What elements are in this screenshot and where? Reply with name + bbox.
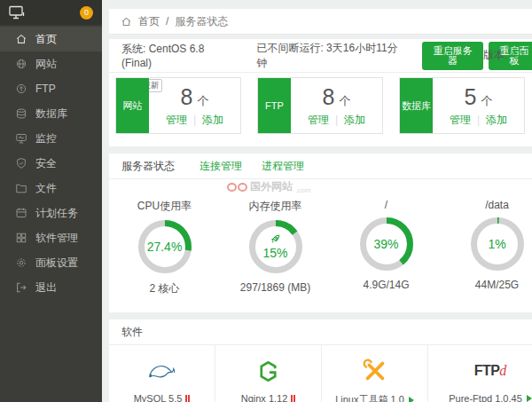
sidebar-item-security[interactable]: 安全: [0, 151, 102, 176]
database-count: 5: [465, 84, 477, 109]
server-status-title: 服务器状态: [121, 159, 175, 174]
ftp-add-link[interactable]: 添加: [344, 113, 365, 128]
sidebar-item-ftp[interactable]: FTP: [0, 76, 102, 101]
database-icon: [15, 107, 27, 120]
card-ftp: FTP 8个 管理|添加: [257, 77, 383, 134]
card-ftp-label: FTP: [258, 78, 291, 133]
software-mysql[interactable]: MySQL 5.5: [109, 345, 215, 402]
version-value: 4.1.0: [511, 49, 532, 61]
disk-data-usage: 44M/25G: [475, 279, 519, 291]
sidebar: 0 首页 网站 FTP 数据库: [0, 0, 102, 402]
restart-server-button[interactable]: 重启服务器: [422, 42, 483, 70]
process-manage-link[interactable]: 进程管理: [262, 159, 304, 174]
software-nginx[interactable]: Nginx 1.12: [215, 345, 322, 402]
sidebar-item-monitor[interactable]: 监控: [0, 126, 102, 151]
gauge-memory: 内存使用率: [220, 199, 331, 296]
card-sites-label: 网站: [116, 78, 149, 133]
calendar-icon: [15, 207, 27, 219]
sidebar-topbar: 0: [0, 0, 102, 25]
gauge-disk-root: / 39% 4.9G/14G: [331, 199, 442, 296]
memory-usage: 297/1869 (MB): [240, 281, 310, 294]
connection-manage-link[interactable]: 连接管理: [200, 159, 242, 174]
pureftpd-status-icon: [525, 395, 532, 402]
globe-icon: [15, 58, 27, 70]
gauge-disk-data: /data 1% 44M/25G: [442, 199, 532, 296]
logout-icon: [15, 281, 27, 294]
sidebar-item-database[interactable]: 数据库: [0, 101, 102, 126]
software-pureftpd[interactable]: FTPd Pure-Ftpd 1.0.45: [428, 345, 532, 402]
free-memory-rocket-icon[interactable]: [270, 233, 281, 245]
shield-icon: [15, 157, 27, 169]
breadcrumb-current: 服务器状态: [175, 14, 228, 29]
home-icon: [15, 33, 27, 45]
gauge-cpu: CPU使用率 27.4% 2 核心: [109, 199, 220, 296]
card-database-label: 数据库: [400, 78, 433, 133]
main-content: 首页 / 服务器状态 系统: CentOS 6.8 (Final) 已不间断运行…: [102, 0, 532, 402]
panel-version: 版本: 4.1.0: [483, 48, 532, 63]
sidebar-item-cron[interactable]: 计划任务: [0, 201, 102, 225]
cpu-percent: 27.4%: [147, 240, 183, 254]
sidebar-item-files[interactable]: 文件: [0, 176, 102, 201]
memory-percent: 15%: [262, 246, 287, 260]
disk-root-percent: 39%: [373, 237, 398, 251]
uptime-info: 已不间断运行: 3天16小时11分钟: [256, 41, 408, 71]
stat-cards-row: 更新 网站 8个 管理|添加 FTP 8个 管理|添加 数据库 5个 管理|添加: [109, 73, 532, 146]
database-manage-link[interactable]: 管理: [450, 113, 471, 128]
pureftpd-logo-icon: FTPd: [474, 356, 507, 386]
sites-add-link[interactable]: 添加: [202, 113, 223, 128]
sites-manage-link[interactable]: 管理: [166, 113, 187, 128]
system-info-bar: 系统: CentOS 6.8 (Final) 已不间断运行: 3天16小时11分…: [109, 39, 532, 73]
grid-icon: [15, 232, 27, 244]
folder-icon: [15, 182, 27, 194]
breadcrumb-separator: /: [166, 15, 168, 28]
card-database: 数据库 5个 管理|添加: [399, 77, 525, 134]
sidebar-item-home[interactable]: 首页: [0, 27, 102, 51]
notification-badge[interactable]: 0: [80, 6, 93, 20]
sidebar-item-sites[interactable]: 网站: [0, 51, 102, 76]
sites-count: 8: [181, 84, 193, 109]
mysql-status-icon: [184, 395, 190, 402]
software-title: 软件: [121, 325, 143, 340]
breadcrumb: 首页 / 服务器状态: [109, 9, 532, 35]
cpu-cores: 2 核心: [149, 281, 179, 296]
nginx-status-icon: [290, 395, 295, 402]
ftp-manage-link[interactable]: 管理: [308, 113, 329, 128]
ftp-count: 8: [323, 84, 335, 109]
wrench-tools-icon: [363, 356, 387, 386]
card-sites: 更新 网站 8个 管理|添加: [115, 77, 241, 134]
os-info: 系统: CentOS 6.8 (Final): [121, 42, 237, 69]
monitor-logo-icon: [9, 5, 25, 20]
gear-icon: [15, 256, 27, 269]
mysql-dolphin-icon: [147, 356, 177, 386]
app-window: 0 首页 网站 FTP 数据库: [0, 0, 532, 402]
software-linux-toolbox[interactable]: Linux工具箱 1.0: [322, 345, 428, 402]
disk-root-usage: 4.9G/14G: [363, 279, 409, 291]
monitor-chart-icon: [15, 132, 27, 145]
sidebar-item-settings[interactable]: 面板设置: [0, 250, 102, 275]
sidebar-item-logout[interactable]: 退出: [0, 275, 102, 300]
sidebar-item-software[interactable]: 软件管理: [0, 225, 102, 250]
server-status-panel: 服务器状态 连接管理 进程管理 CPU使用率 27.4% 2 核心: [109, 154, 532, 312]
linux-toolbox-status-icon: [407, 397, 414, 402]
breadcrumb-home-icon[interactable]: [121, 16, 132, 28]
gauges-row: CPU使用率 27.4% 2 核心 内存使用率: [109, 179, 532, 312]
disk-data-percent: 1%: [488, 237, 505, 251]
software-panel: 软件 MySQL 5.5: [109, 319, 532, 402]
nginx-logo-icon: [256, 356, 280, 386]
database-add-link[interactable]: 添加: [486, 113, 507, 128]
sidebar-nav: 首页 网站 FTP 数据库 监控: [0, 25, 102, 300]
breadcrumb-home[interactable]: 首页: [138, 14, 160, 29]
upload-circle-icon: [15, 83, 27, 95]
